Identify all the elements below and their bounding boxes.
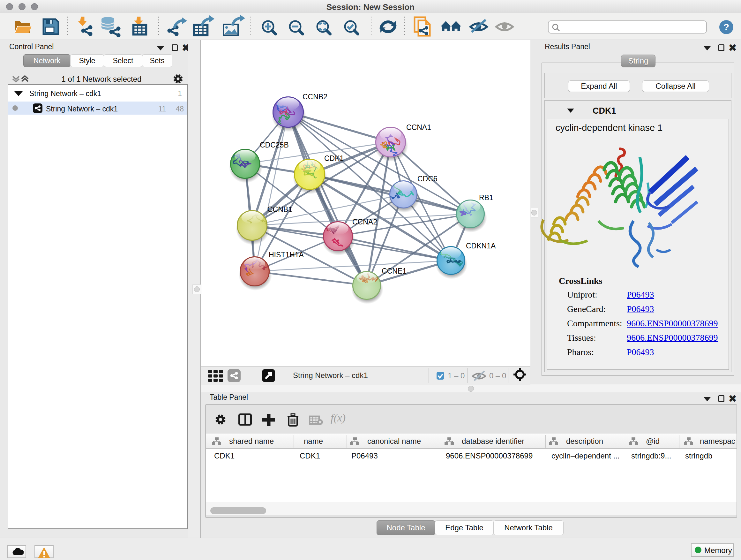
- svg-text:CCNE1: CCNE1: [382, 267, 407, 275]
- svg-text:CDK1: CDK1: [324, 154, 344, 163]
- svg-text:RB1: RB1: [479, 193, 493, 202]
- svg-text:CCNA1: CCNA1: [406, 123, 431, 132]
- svg-text:CCNB1: CCNB1: [267, 205, 292, 213]
- svg-text:CDC6: CDC6: [417, 175, 437, 183]
- svg-text:HIST1H1A: HIST1H1A: [269, 251, 304, 259]
- svg-text:CDKN1A: CDKN1A: [466, 242, 496, 250]
- svg-text:CCNA2: CCNA2: [352, 218, 377, 226]
- svg-text:CDC25B: CDC25B: [260, 141, 289, 149]
- svg-text:CCNB2: CCNB2: [302, 92, 327, 101]
